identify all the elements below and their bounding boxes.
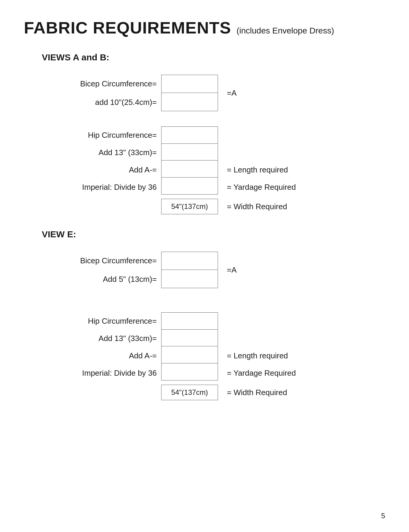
bicep-group-ab: Bicep Circumference= add 10"(25.4cm)= =A xyxy=(48,74,385,111)
bicep-label2-ab: add 10"(25.4cm)= xyxy=(95,93,157,111)
view-e-hip-block: Hip Circumference= Add 13" (33cm)= Add A… xyxy=(48,312,385,400)
hip-result-spacer1-ab xyxy=(227,126,296,144)
bicep-group-e: Bicep Circumference= Add 5" (13cm)= =A xyxy=(48,251,385,288)
hip-input4-ab[interactable] xyxy=(161,177,218,195)
hip-result2-ab: = Yardage Required xyxy=(227,178,296,196)
bicep-inputs-e xyxy=(161,252,218,288)
bicep-label1-e: Bicep Circumference= xyxy=(80,251,157,270)
hip-result1-e: = Length required xyxy=(227,347,296,364)
hip-result2-e: = Yardage Required xyxy=(227,364,296,382)
view-e-section: VIEW E: Bicep Circumference= Add 5" (13c… xyxy=(24,229,385,400)
views-ab-bicep-block: Bicep Circumference= add 10"(25.4cm)= =A xyxy=(48,74,385,111)
hip-result-spacer1-e xyxy=(227,312,296,330)
views-ab-section: VIEWS A and B: Bicep Circumference= add … xyxy=(24,52,385,214)
bicep-result-e: =A xyxy=(227,265,237,275)
hip-label2-ab: Add 13" (33cm)= xyxy=(99,144,157,161)
views-ab-heading: VIEWS A and B: xyxy=(42,52,385,62)
hip-label3-ab: Add A-= xyxy=(129,161,157,178)
bicep-labels-e: Bicep Circumference= Add 5" (13cm)= xyxy=(48,251,161,288)
hip-label4-ab: Imperial: Divide by 36 xyxy=(82,178,157,196)
view-e-bicep-block: Bicep Circumference= Add 5" (13cm)= =A xyxy=(48,251,385,288)
hip-label3-e: Add A-= xyxy=(129,347,157,364)
hip-inputs-e xyxy=(161,312,218,380)
hip-input1-ab[interactable] xyxy=(161,126,218,144)
bicep-input1-e[interactable] xyxy=(161,252,218,270)
hip-labels-e: Hip Circumference= Add 13" (33cm)= Add A… xyxy=(48,312,161,382)
hip-labels-ab: Hip Circumference= Add 13" (33cm)= Add A… xyxy=(48,126,161,196)
hip-input3-e[interactable] xyxy=(161,346,218,363)
title-main: FABRIC REQUIREMENTS xyxy=(24,18,231,37)
hip-results-e: = Length required = Yardage Required xyxy=(227,312,296,382)
bicep-label2-e: Add 5" (13cm)= xyxy=(103,270,157,288)
hip-input2-ab[interactable] xyxy=(161,143,218,161)
hip-results-ab: = Length required = Yardage Required xyxy=(227,126,296,196)
page-title-block: FABRIC REQUIREMENTS (includes Envelope D… xyxy=(24,18,385,37)
bicep-inputs-ab xyxy=(161,75,218,111)
hip-result-spacer2-ab xyxy=(227,144,296,161)
hip-input3-ab[interactable] xyxy=(161,160,218,178)
hip-result1-ab: = Length required xyxy=(227,161,296,178)
width-row-ab: 54"(137cm) = Width Required xyxy=(48,199,385,214)
views-ab-hip-block: Hip Circumference= Add 13" (33cm)= Add A… xyxy=(48,126,385,214)
width-value-e: 54"(137cm) xyxy=(161,385,218,400)
width-row-e: 54"(137cm) = Width Required xyxy=(48,385,385,400)
page-number: 5 xyxy=(381,512,385,520)
hip-label1-e: Hip Circumference= xyxy=(88,312,157,330)
hip-group-ab: Hip Circumference= Add 13" (33cm)= Add A… xyxy=(48,126,385,196)
width-label-e: = Width Required xyxy=(227,388,287,397)
bicep-input2-e[interactable] xyxy=(161,270,218,288)
divider xyxy=(24,303,385,312)
hip-label2-e: Add 13" (33cm)= xyxy=(99,330,157,347)
hip-label1-ab: Hip Circumference= xyxy=(88,126,157,144)
hip-input4-e[interactable] xyxy=(161,363,218,380)
hip-label4-e: Imperial: Divide by 36 xyxy=(82,364,157,382)
hip-result-spacer2-e xyxy=(227,330,296,347)
bicep-label1-ab: Bicep Circumference= xyxy=(80,74,157,93)
bicep-input2-ab[interactable] xyxy=(161,93,218,111)
width-value-ab: 54"(137cm) xyxy=(161,199,218,214)
bicep-result-ab: =A xyxy=(227,88,237,98)
hip-group-e: Hip Circumference= Add 13" (33cm)= Add A… xyxy=(48,312,385,382)
title-sub: (includes Envelope Dress) xyxy=(236,26,334,36)
width-label-ab: = Width Required xyxy=(227,202,287,211)
hip-input1-e[interactable] xyxy=(161,312,218,330)
hip-inputs-ab xyxy=(161,126,218,195)
bicep-labels-ab: Bicep Circumference= add 10"(25.4cm)= xyxy=(48,74,161,111)
view-e-heading: VIEW E: xyxy=(42,229,385,239)
hip-input2-e[interactable] xyxy=(161,329,218,347)
bicep-input1-ab[interactable] xyxy=(161,75,218,93)
